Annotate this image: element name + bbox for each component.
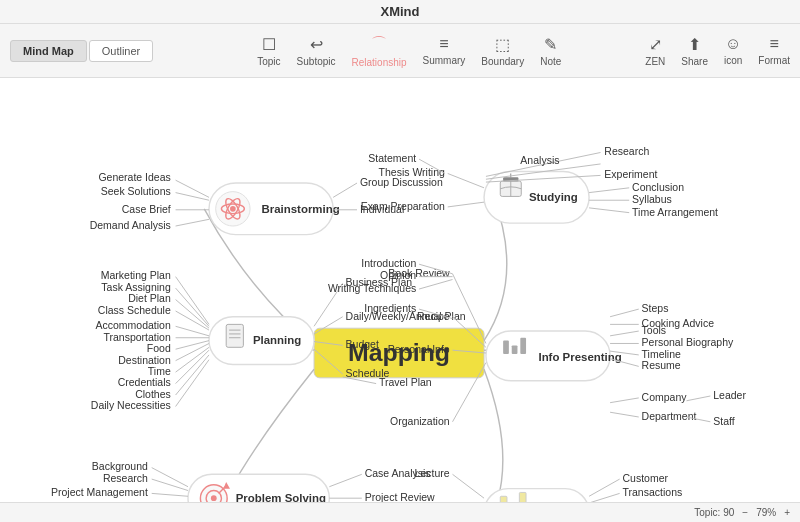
tool-icon-label: icon (724, 55, 742, 66)
note-icon: ✎ (544, 35, 557, 54)
ingredients-label: Ingredients (364, 302, 416, 314)
timeline-label: Timeline (642, 348, 681, 360)
tool-boundary[interactable]: ⬚ Boundary (481, 35, 524, 67)
zoom-minus[interactable]: − (742, 507, 748, 518)
tool-topic[interactable]: ☐ Topic (257, 35, 280, 67)
boundary-icon: ⬚ (495, 35, 510, 54)
clothes-label: Clothes (135, 388, 171, 400)
customer-label: Customer (623, 472, 669, 484)
time-label: Time (148, 365, 171, 377)
steps-label: Steps (642, 302, 669, 314)
topic-icon: ☐ (262, 35, 276, 54)
project-management-label: Project Management (51, 486, 148, 498)
opinion-label: Opinion (380, 269, 416, 281)
recipe-label: Recipe (417, 310, 450, 322)
zoom-level: 79% (756, 507, 776, 518)
svg-line-25 (176, 343, 209, 360)
exam-preparation-label: Exam Preparation (361, 200, 445, 212)
experiment-label: Experiment (604, 168, 657, 180)
budget-label: Budget (346, 338, 379, 350)
share-icon: ⬆ (688, 35, 701, 54)
accommodation-label: Accommodation (96, 319, 171, 331)
tool-topic-label: Topic (257, 56, 280, 67)
toolbar: Mind Map Outliner ☐ Topic ↩ Subtopic ⌒ R… (0, 24, 800, 78)
brainstorming-label: Brainstorming (262, 203, 340, 215)
case-brief-label: Case Brief (122, 203, 171, 215)
svg-rect-64 (520, 338, 526, 354)
tool-icon-picker[interactable]: ☺ icon (724, 35, 742, 66)
svg-rect-14 (226, 324, 243, 347)
tool-group: ☐ Topic ↩ Subtopic ⌒ Relationship ≡ Summ… (173, 34, 645, 68)
zoom-plus[interactable]: + (784, 507, 790, 518)
svg-line-71 (610, 309, 639, 317)
transportation-label: Transportation (103, 331, 170, 343)
svg-rect-62 (503, 341, 509, 354)
svg-line-8 (176, 193, 209, 201)
tool-summary[interactable]: ≡ Summary (423, 35, 466, 66)
staff-label: Staff (713, 415, 734, 427)
format-icon: ≡ (769, 35, 778, 53)
tool-relationship[interactable]: ⌒ Relationship (352, 34, 407, 68)
svg-rect-86 (519, 492, 526, 502)
svg-line-58 (589, 188, 629, 193)
svg-line-18 (176, 277, 209, 325)
conclusion-label: Conclusion (632, 181, 684, 193)
relationship-icon: ⌒ (371, 34, 387, 55)
tools-label: Tools (642, 324, 667, 336)
svg-line-11 (333, 183, 357, 197)
credentials-label: Credentials (118, 376, 171, 388)
tool-note[interactable]: ✎ Note (540, 35, 561, 67)
svg-line-28 (176, 355, 209, 395)
tool-summary-label: Summary (423, 55, 466, 66)
resume-label: Resume (642, 359, 681, 371)
tool-zen[interactable]: ⤢ ZEN (645, 35, 665, 67)
marketing-plan-label: Marketing Plan (101, 269, 171, 281)
travel-plan-label: Travel Plan (379, 376, 432, 388)
summary-icon: ≡ (439, 35, 448, 53)
svg-line-57 (448, 202, 484, 207)
writing-techniques-label: Writing Techniques (328, 282, 416, 294)
title-bar: XMind (0, 0, 800, 24)
topic-count: Topic: 90 (694, 507, 734, 518)
tool-subtopic[interactable]: ↩ Subtopic (297, 35, 336, 67)
svg-point-38 (211, 495, 217, 501)
subtopic-icon: ↩ (310, 35, 323, 54)
organization-label: Organization (390, 415, 450, 427)
generate-ideas-label: Generate Ideas (98, 171, 170, 183)
tab-mindmap[interactable]: Mind Map (10, 40, 87, 62)
class-schedule-label: Class Schedule (98, 304, 171, 316)
svg-line-45 (329, 474, 361, 486)
task-assigning-label: Task Assigning (101, 281, 171, 293)
introduction-label: Introduction (361, 257, 416, 269)
time-arrangement-label: Time Arrangement (632, 206, 718, 218)
transactions-label: Transactions (623, 486, 683, 498)
tab-outliner[interactable]: Outliner (89, 40, 154, 62)
svg-line-43 (152, 493, 188, 496)
tool-relationship-label: Relationship (352, 57, 407, 68)
svg-point-6 (230, 206, 236, 212)
daily-necessities-label: Daily Necessities (91, 399, 171, 411)
toolbar-right: ⤢ ZEN ⬆ Share ☺ icon ≡ Format (645, 35, 790, 67)
info-presenting-label: Info Presenting (538, 351, 621, 363)
svg-line-79 (610, 398, 639, 403)
mindmap-canvas[interactable]: .node-label { font-family: Arial, sans-s… (0, 78, 800, 502)
tool-share[interactable]: ⬆ Share (681, 35, 708, 67)
svg-line-52 (448, 173, 484, 187)
tool-format[interactable]: ≡ Format (758, 35, 790, 66)
project-review-label: Project Review (365, 491, 435, 502)
department-label: Department (642, 410, 697, 422)
svg-line-81 (686, 396, 710, 401)
icon-picker-icon: ☺ (725, 35, 741, 53)
destination-label: Destination (118, 354, 171, 366)
svg-line-91 (589, 493, 620, 502)
svg-line-7 (176, 180, 209, 197)
svg-line-90 (589, 479, 620, 496)
svg-line-87 (453, 474, 485, 498)
research-label: Research (103, 472, 148, 484)
svg-rect-63 (512, 345, 518, 354)
svg-line-60 (589, 208, 629, 213)
background-label: Background (92, 460, 148, 472)
svg-line-74 (610, 331, 639, 336)
seek-solutions-label: Seek Solutions (101, 185, 171, 197)
view-tabs: Mind Map Outliner (10, 40, 153, 62)
